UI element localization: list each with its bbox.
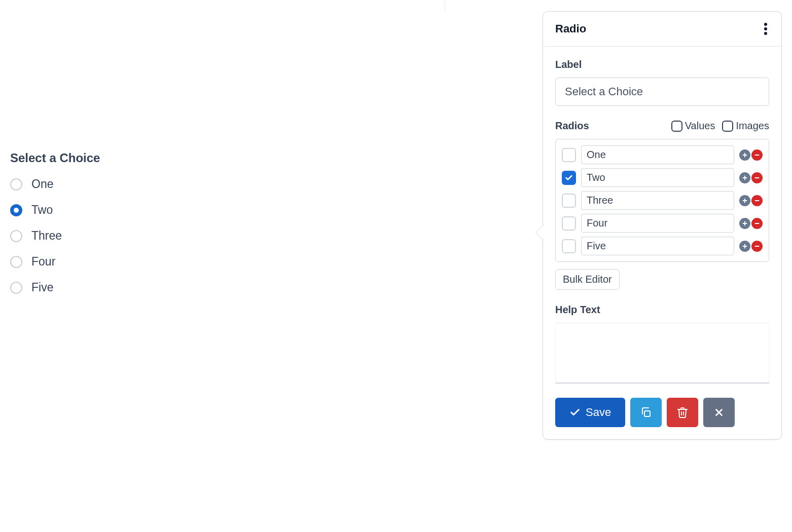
plus-icon (742, 220, 748, 226)
help-text-input[interactable] (555, 323, 769, 384)
radio-option-label: One (31, 177, 53, 191)
trash-icon (676, 406, 689, 419)
kebab-menu-icon[interactable] (762, 21, 769, 37)
check-icon (565, 174, 573, 182)
minus-icon (754, 243, 760, 249)
option-action-buttons (739, 195, 763, 206)
checkbox-icon (671, 121, 682, 132)
add-option-button[interactable] (739, 241, 750, 252)
plus-icon (742, 243, 748, 249)
preview-label: Select a Choice (10, 151, 365, 165)
radio-option-label: Five (31, 281, 53, 294)
radio-icon (10, 204, 22, 216)
bulk-editor-button[interactable]: Bulk Editor (555, 269, 620, 290)
option-default-checkbox[interactable] (562, 148, 576, 162)
option-default-checkbox[interactable] (562, 171, 576, 185)
copy-icon (640, 406, 652, 419)
panel-pointer (536, 224, 544, 241)
option-text-input[interactable] (581, 214, 734, 233)
add-option-button[interactable] (739, 172, 750, 183)
radios-options-box (555, 139, 769, 262)
svg-rect-15 (644, 411, 650, 416)
minus-icon (754, 220, 760, 226)
minus-icon (754, 175, 760, 181)
option-default-checkbox[interactable] (562, 216, 576, 231)
radio-icon (10, 178, 22, 191)
radio-preview: Select a Choice OneTwoThreeFourFive (10, 151, 365, 307)
edit-panel: Radio Label Radios Values Images Bul (543, 11, 782, 440)
option-text-input[interactable] (581, 237, 734, 255)
remove-option-button[interactable] (751, 195, 763, 206)
plus-icon (742, 175, 748, 181)
label-field-label: Label (555, 59, 769, 70)
radio-icon (10, 230, 22, 242)
radio-option[interactable]: Five (10, 281, 365, 294)
add-option-button[interactable] (739, 149, 750, 161)
radio-option[interactable]: Two (10, 203, 365, 217)
minus-icon (754, 152, 760, 158)
delete-button[interactable] (667, 398, 698, 427)
radio-option[interactable]: Four (10, 255, 365, 269)
add-option-button[interactable] (739, 195, 750, 206)
radios-section-title: Radios (555, 120, 589, 132)
values-checkbox-label: Values (685, 120, 715, 132)
radio-option[interactable]: Three (10, 229, 365, 243)
copy-button[interactable] (630, 398, 662, 427)
help-text-label: Help Text (555, 304, 769, 316)
option-action-buttons (739, 149, 763, 161)
option-default-checkbox[interactable] (562, 194, 576, 208)
plus-icon (742, 198, 748, 204)
option-action-buttons (739, 172, 763, 183)
save-button-label: Save (586, 406, 611, 419)
radio-option[interactable]: One (10, 177, 365, 191)
panel-title: Radio (555, 22, 586, 35)
add-option-button[interactable] (739, 218, 750, 229)
minus-icon (754, 198, 760, 204)
divider (445, 0, 445, 11)
radio-option-label: Two (31, 203, 53, 217)
option-default-checkbox[interactable] (562, 239, 576, 253)
option-text-input[interactable] (581, 191, 734, 210)
values-checkbox[interactable]: Values (671, 120, 715, 132)
option-text-input[interactable] (581, 168, 734, 187)
remove-option-button[interactable] (751, 172, 763, 183)
plus-icon (742, 152, 748, 158)
radio-option-label: Four (31, 255, 55, 269)
option-text-input[interactable] (581, 145, 734, 164)
remove-option-button[interactable] (751, 241, 763, 252)
images-checkbox[interactable]: Images (722, 120, 769, 132)
close-button[interactable] (703, 398, 735, 427)
check-icon (569, 407, 581, 418)
images-checkbox-label: Images (736, 120, 769, 132)
option-action-buttons (739, 241, 763, 252)
close-icon (713, 407, 725, 418)
remove-option-button[interactable] (751, 149, 763, 161)
radio-icon (10, 256, 22, 268)
radio-option-label: Three (31, 229, 62, 243)
option-row (562, 191, 763, 210)
panel-header: Radio (543, 12, 781, 47)
label-field-input[interactable] (555, 78, 769, 106)
option-row (562, 145, 763, 164)
option-row (562, 237, 763, 255)
radio-icon (10, 282, 22, 294)
remove-option-button[interactable] (751, 218, 763, 229)
option-row (562, 168, 763, 187)
checkbox-icon (722, 121, 733, 132)
option-action-buttons (739, 218, 763, 229)
option-row (562, 214, 763, 233)
save-button[interactable]: Save (555, 398, 625, 427)
